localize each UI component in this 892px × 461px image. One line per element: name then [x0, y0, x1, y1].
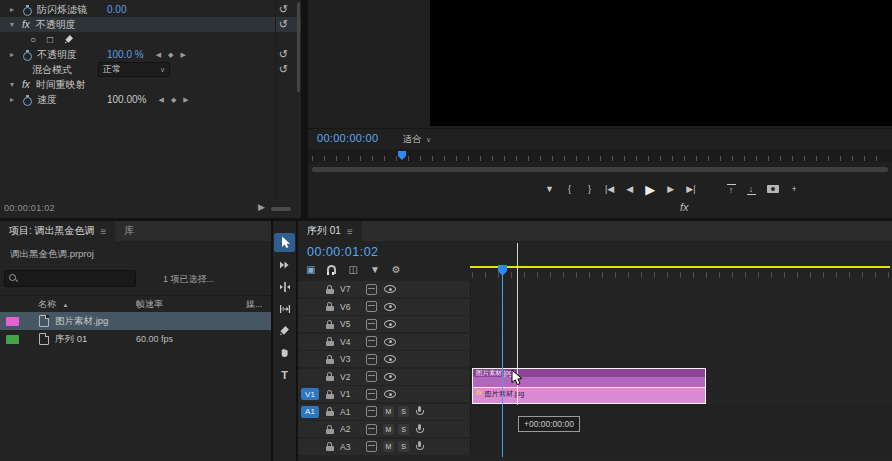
work-area-bar[interactable] [470, 266, 890, 268]
chevron-right-icon[interactable]: ▸ [10, 95, 22, 104]
tab-library[interactable]: 库 [115, 221, 143, 241]
track-lane[interactable] [470, 281, 892, 297]
track-target-a3[interactable]: A3 [340, 442, 359, 452]
sync-lock-icon[interactable] [366, 319, 377, 330]
add-marker-icon[interactable]: ▼ [370, 264, 380, 275]
lock-icon[interactable] [326, 425, 334, 434]
stopwatch-icon[interactable] [22, 5, 33, 15]
eye-icon[interactable] [384, 285, 396, 293]
search-input[interactable] [22, 273, 135, 285]
go-to-out-button[interactable]: ▶| [686, 184, 695, 194]
source-patch-v1[interactable]: V1 [301, 388, 319, 400]
clip-v2[interactable]: 图片素材.jpg [473, 369, 705, 388]
lock-icon[interactable] [326, 390, 334, 399]
ellipse-mask-icon[interactable]: ○ [30, 34, 36, 45]
antiflicker-value[interactable]: 0.00 [107, 4, 126, 15]
stopwatch-icon[interactable] [22, 50, 33, 60]
sync-lock-icon[interactable] [366, 284, 377, 295]
column-media[interactable]: 媒... [246, 298, 263, 311]
sync-lock-icon[interactable] [366, 371, 377, 382]
source-patch-a1[interactable]: A1 [301, 406, 319, 418]
program-zoom-scrollbar[interactable] [312, 167, 888, 172]
timeline-playhead[interactable] [502, 265, 503, 457]
mic-icon[interactable] [415, 441, 423, 452]
eye-icon[interactable] [384, 355, 396, 363]
lock-icon[interactable] [326, 302, 334, 311]
track-target-v2[interactable]: V2 [340, 372, 359, 382]
export-frame-button[interactable] [767, 185, 779, 193]
track-target-a2[interactable]: A2 [340, 424, 359, 434]
track-target-v4[interactable]: V4 [340, 337, 359, 347]
track-lane[interactable] [470, 351, 892, 367]
track-target-v1[interactable]: V1 [340, 389, 359, 399]
program-timecode[interactable]: 00:00:00:00 [317, 132, 378, 144]
step-back-button[interactable]: ◀ [625, 184, 634, 194]
sync-lock-icon[interactable] [366, 336, 377, 347]
pen-mask-icon[interactable] [64, 34, 74, 46]
track-target-v6[interactable]: V6 [340, 302, 359, 312]
solo-button[interactable]: S [398, 406, 409, 417]
add-keyframe-icon[interactable]: ◆ [171, 96, 176, 104]
lock-icon[interactable] [326, 285, 334, 294]
chevron-right-icon[interactable]: ▸ [10, 5, 22, 14]
eye-icon[interactable] [384, 320, 396, 328]
mute-button[interactable]: M [383, 424, 394, 435]
opacity-value[interactable]: 100.0 % [107, 49, 144, 60]
mark-out-button[interactable]: } [585, 184, 594, 194]
hand-tool[interactable] [274, 343, 295, 362]
chevron-down-icon[interactable]: ▾ [10, 20, 22, 29]
nest-toggle-icon[interactable]: ▣ [306, 264, 315, 275]
mute-button[interactable]: M [383, 441, 394, 452]
eye-icon[interactable] [384, 303, 396, 311]
panel-menu-icon[interactable]: ≡ [347, 226, 353, 237]
solo-button[interactable]: S [398, 441, 409, 452]
slip-tool[interactable] [274, 299, 295, 318]
play-button[interactable]: ▶ [645, 182, 655, 197]
selection-tool[interactable] [274, 233, 295, 252]
solo-button[interactable]: S [398, 424, 409, 435]
timeline-settings-icon[interactable]: ⚙ [392, 264, 401, 275]
snap-magnet-icon[interactable] [327, 265, 336, 275]
track-lane[interactable] [470, 334, 892, 350]
linked-selection-icon[interactable]: ◫ [348, 264, 357, 275]
source-patch-empty[interactable] [301, 441, 319, 453]
row-time-remap-group[interactable]: ▾ fx 时间重映射 [0, 77, 301, 92]
eye-icon[interactable] [384, 390, 396, 398]
mic-icon[interactable] [415, 406, 423, 417]
sync-lock-icon[interactable] [366, 389, 377, 400]
track-target-a1[interactable]: A1 [340, 407, 359, 417]
lock-icon[interactable] [326, 355, 334, 364]
zoom-level-select[interactable]: 适合 ∨ [403, 133, 431, 146]
play-icon[interactable]: ▶ [258, 202, 265, 212]
source-patch-empty[interactable] [301, 318, 319, 330]
source-patch-empty[interactable] [301, 336, 319, 348]
lock-icon[interactable] [326, 442, 334, 451]
source-patch-empty[interactable] [301, 353, 319, 365]
rect-mask-icon[interactable]: □ [47, 34, 53, 45]
reset-icon[interactable]: ↺ [279, 18, 288, 31]
zoom-scrollbar[interactable] [271, 207, 291, 211]
tab-sequence[interactable]: 序列 01 ≡ [298, 221, 362, 241]
search-box[interactable] [4, 270, 136, 287]
track-target-v7[interactable]: V7 [340, 284, 359, 294]
button-editor-button[interactable]: + [790, 184, 799, 194]
lock-icon[interactable] [326, 407, 334, 416]
pen-tool[interactable] [274, 321, 295, 340]
blend-mode-select[interactable]: 正常 ∨ [98, 62, 170, 77]
next-keyframe-icon[interactable]: ▶ [180, 51, 185, 59]
mark-in-button[interactable]: { [565, 184, 574, 194]
scrollbar[interactable] [297, 2, 300, 92]
reset-icon[interactable]: ↺ [279, 63, 288, 76]
timeline-timecode[interactable]: 00:00:01:02 [307, 245, 379, 259]
sync-lock-icon[interactable] [366, 424, 377, 435]
prev-keyframe-icon[interactable]: ◀ [158, 96, 163, 104]
track-target-v5[interactable]: V5 [340, 319, 359, 329]
clip-v1[interactable]: fx 图片素材.jpg [473, 388, 705, 403]
track-lane[interactable] [470, 299, 892, 315]
reset-icon[interactable]: ↺ [279, 3, 288, 16]
eye-icon[interactable] [384, 373, 396, 381]
add-keyframe-icon[interactable]: ◆ [168, 51, 173, 59]
track-lane[interactable] [470, 316, 892, 332]
next-keyframe-icon[interactable]: ▶ [183, 96, 188, 104]
lock-icon[interactable] [326, 372, 334, 381]
